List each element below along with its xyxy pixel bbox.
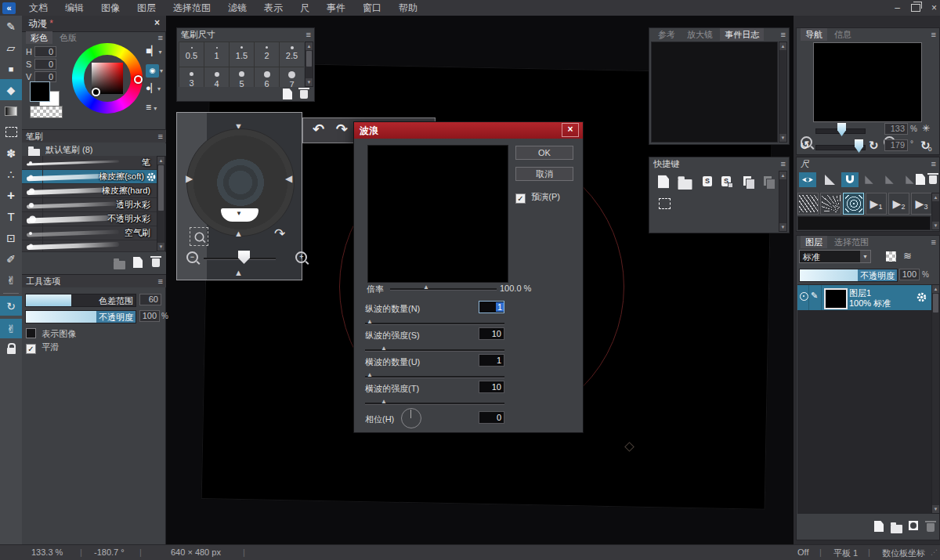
- text-tool-icon[interactable]: T: [0, 206, 22, 227]
- status-tablet-state[interactable]: Off: [797, 547, 808, 557]
- size-cell-1[interactable]: 1: [204, 42, 230, 67]
- tab-event-log[interactable]: 事件日志: [720, 28, 764, 41]
- tab-loupe[interactable]: 放大镜: [682, 28, 718, 41]
- undo-icon[interactable]: ↶: [313, 121, 324, 138]
- snap-perspective1-button[interactable]: ▶1: [866, 193, 887, 215]
- snap-visible-button[interactable]: [799, 172, 816, 187]
- minimize-button[interactable]: –: [895, 2, 900, 13]
- panel-menu-icon[interactable]: ≡: [158, 275, 163, 287]
- hand-tool-icon[interactable]: ✌: [0, 269, 22, 291]
- save-icon[interactable]: S: [703, 176, 712, 186]
- navigator-thumbnail[interactable]: [813, 42, 922, 122]
- select-pen-tool-icon[interactable]: ∴: [0, 164, 22, 185]
- tab-palette[interactable]: 色版: [55, 31, 81, 44]
- transparent-color-swatch[interactable]: [30, 106, 63, 118]
- tab-reference[interactable]: 参考: [653, 28, 680, 41]
- copy-icon[interactable]: [743, 176, 751, 186]
- select-all-icon[interactable]: [659, 198, 671, 209]
- close-window-button[interactable]: ×: [931, 2, 937, 13]
- size-cell-15[interactable]: 1.5: [229, 42, 255, 67]
- show-image-checkbox[interactable]: [26, 328, 36, 338]
- field-value-input[interactable]: 1: [479, 301, 504, 313]
- new-file-icon[interactable]: [658, 175, 669, 189]
- ok-button[interactable]: OK: [515, 146, 573, 160]
- brush-list-scrollbar[interactable]: ▲ ▼: [157, 156, 165, 251]
- tolerance-slider[interactable]: 色差范围: [25, 294, 136, 307]
- add-size-icon[interactable]: [283, 89, 292, 99]
- size-cell-25[interactable]: 2.5: [279, 42, 304, 67]
- delete-layer-icon[interactable]: [927, 523, 935, 532]
- gear-icon[interactable]: [916, 292, 927, 302]
- brush-size-scrollbar[interactable]: ▲ ▼: [305, 42, 313, 87]
- menu-file[interactable]: 文档: [20, 0, 56, 16]
- field-slider-handle[interactable]: ▲: [367, 319, 373, 325]
- event-log-list[interactable]: [651, 42, 778, 143]
- widget-zoom-handle[interactable]: [238, 251, 250, 264]
- field-slider[interactable]: [365, 323, 504, 325]
- brush-item-eraser-hard[interactable]: 橡皮擦(hard): [22, 184, 157, 198]
- resize-grip-icon[interactable]: ⋰: [931, 548, 938, 556]
- pen-tool-icon[interactable]: ✎: [0, 16, 22, 37]
- document-tab[interactable]: 动漫 *: [28, 17, 53, 31]
- menu-view[interactable]: 表示: [255, 0, 291, 16]
- nav-rotate-handle[interactable]: [855, 139, 863, 153]
- status-tablet-name[interactable]: 平板 1: [833, 547, 858, 559]
- merge-layer-icon[interactable]: [909, 521, 918, 530]
- brush-item-opaque-watercolor[interactable]: 不透明水彩: [22, 212, 157, 226]
- brush-folder-icon[interactable]: [114, 261, 125, 269]
- size-cell-6[interactable]: 6: [254, 67, 280, 87]
- fit-view-button[interactable]: [190, 227, 208, 246]
- menu-edit[interactable]: 编辑: [56, 0, 92, 16]
- rate-slider-handle[interactable]: ▲: [423, 284, 429, 291]
- field-value-input[interactable]: 10: [479, 381, 504, 393]
- delete-brush-icon[interactable]: [152, 258, 160, 267]
- panel-menu-icon[interactable]: ≡: [781, 28, 786, 41]
- bucket-tool-icon[interactable]: ◆: [0, 79, 22, 100]
- field-value-input[interactable]: 10: [479, 327, 504, 340]
- blend-mode-select[interactable]: 标准 ▼: [799, 250, 871, 263]
- wheel-mode-button[interactable]: ◉: [146, 64, 159, 78]
- clipping-icon[interactable]: [886, 251, 896, 262]
- snap-perspective3-button[interactable]: ▶3: [911, 193, 932, 215]
- brush-item-airbrush[interactable]: 空气刷: [22, 226, 157, 240]
- magic-wand-tool-icon[interactable]: ✽: [0, 143, 22, 164]
- hsv-s-input[interactable]: 0: [34, 59, 56, 70]
- field-value-input[interactable]: 1: [479, 354, 504, 367]
- tolerance-value[interactable]: 60: [139, 294, 161, 305]
- menu-help[interactable]: 帮助: [390, 0, 426, 16]
- wheel-style-button[interactable]: ■▏▾: [146, 45, 162, 56]
- nav-zoom-reset-icon[interactable]: ✳: [922, 123, 930, 134]
- ruler-scrollbar[interactable]: ▲ ▼: [931, 193, 940, 230]
- redo-icon[interactable]: ↷: [336, 121, 348, 138]
- layer-visibility-icon[interactable]: [800, 292, 808, 301]
- tab-selection[interactable]: 选择范围: [830, 236, 873, 248]
- panel-menu-icon[interactable]: ≡: [931, 157, 936, 170]
- phase-dial[interactable]: [401, 408, 421, 428]
- snap-magnet-button[interactable]: [841, 172, 859, 187]
- lock-icon[interactable]: [0, 338, 22, 359]
- hsv-h-input[interactable]: 0: [34, 46, 56, 57]
- dialog-close-icon[interactable]: ×: [562, 123, 579, 137]
- tab-color[interactable]: 彩色: [26, 31, 52, 44]
- wave-dialog-titlebar[interactable]: 波浪 ×: [354, 122, 583, 139]
- rotate-view-button[interactable]: ↻: [0, 296, 22, 316]
- snap-option2-button[interactable]: [880, 172, 898, 187]
- pan-left-icon[interactable]: ▶: [186, 175, 193, 182]
- blend-mode-caret-icon[interactable]: ▼: [860, 251, 870, 262]
- eyedropper-tool-icon[interactable]: ✐: [0, 248, 22, 269]
- document-close-icon[interactable]: ×: [154, 17, 160, 28]
- size-cell-2[interactable]: 2: [254, 42, 280, 67]
- shape-tool-icon[interactable]: ■: [0, 58, 22, 79]
- nav-rotate-cw-icon[interactable]: ↻: [869, 139, 879, 153]
- bar-style-button[interactable]: ●▏▾: [146, 83, 161, 93]
- gear-icon[interactable]: [146, 172, 156, 182]
- menu-ruler[interactable]: 尺: [291, 0, 318, 16]
- nav-zoom-handle[interactable]: [837, 123, 846, 136]
- add-layer-folder-icon[interactable]: [891, 525, 902, 533]
- select-rect-tool-icon[interactable]: [0, 121, 22, 143]
- panel-menu-icon[interactable]: ≡: [781, 157, 786, 170]
- snap-concentric-button[interactable]: [843, 193, 864, 215]
- ruler-tool-button[interactable]: [821, 172, 838, 187]
- snap-option1-button[interactable]: [860, 172, 877, 187]
- size-cell-05[interactable]: 0.5: [179, 42, 204, 67]
